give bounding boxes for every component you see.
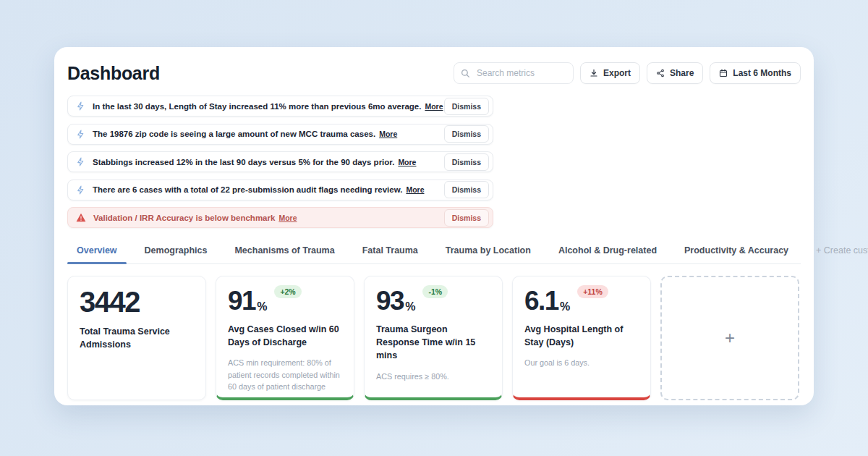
- share-icon: [656, 69, 665, 77]
- tab-bar: Overview Demographics Mechanisms of Trau…: [67, 239, 801, 264]
- trend-badge: +2%: [274, 285, 301, 298]
- search-input[interactable]: [475, 67, 566, 79]
- alerts-list: In the last 30 days, Length of Stay incr…: [67, 96, 493, 228]
- alert-more-link[interactable]: More: [379, 130, 397, 138]
- metric-card-length-of-stay: 6.1 % +11% Avg Hospital Length of Stay (…: [512, 276, 651, 400]
- share-label: Share: [670, 68, 694, 78]
- dismiss-button[interactable]: Dismiss: [444, 181, 489, 198]
- warning-icon: [76, 213, 86, 222]
- tab-productivity-accuracy[interactable]: Productivity & Accuracy: [675, 239, 798, 263]
- share-button[interactable]: Share: [647, 62, 703, 84]
- alert-text: The 19876 zip code is seeing a large amo…: [93, 130, 375, 138]
- plus-icon: +: [725, 329, 735, 347]
- header: Dashboard Export Share: [67, 60, 801, 86]
- export-label: Export: [603, 68, 631, 78]
- metric-card-total-admissions: 3442 Total Trauma Service Admissions: [67, 276, 206, 400]
- add-metric-card-button[interactable]: +: [660, 276, 799, 400]
- alert-more-link[interactable]: More: [425, 102, 443, 111]
- tab-mechanisms-of-trauma[interactable]: Mechanisms of Trauma: [225, 239, 344, 263]
- alert-text: Stabbings increased 12% in the last 90 d…: [93, 158, 394, 166]
- alert-text: There are 6 cases with a total of 22 pre…: [93, 185, 402, 194]
- alert-row: There are 6 cases with a total of 22 pre…: [67, 180, 493, 200]
- metric-value: 3442: [80, 288, 140, 316]
- metric-suffix: %: [560, 300, 570, 313]
- metric-value: 93: [376, 288, 404, 313]
- alert-text: In the last 30 days, Length of Stay incr…: [93, 102, 421, 111]
- dashboard-panel: Dashboard Export Share: [54, 47, 814, 405]
- alert-row: Stabbings increased 12% in the last 90 d…: [67, 151, 493, 172]
- export-button[interactable]: Export: [580, 62, 640, 84]
- alert-more-link[interactable]: More: [398, 158, 416, 166]
- metric-card-surgeon-response: 93 % -1% Trauma Surgeon Response Time w/…: [364, 276, 503, 400]
- spark-icon: [76, 157, 85, 166]
- calendar-icon: [719, 69, 728, 77]
- date-range-button[interactable]: Last 6 Months: [710, 62, 801, 84]
- tab-overview[interactable]: Overview: [67, 239, 127, 263]
- metric-note: Our goal is 6 days.: [524, 357, 639, 368]
- dismiss-button[interactable]: Dismiss: [444, 209, 489, 227]
- alert-more-link[interactable]: More: [278, 214, 297, 222]
- metric-title: Trauma Surgeon Response Time w/in 15 min…: [376, 323, 490, 362]
- date-range-label: Last 6 Months: [733, 68, 791, 78]
- spark-icon: [76, 185, 85, 195]
- alert-row: The 19876 zip code is seeing a large amo…: [67, 124, 493, 145]
- metric-suffix: %: [405, 300, 415, 313]
- dismiss-button[interactable]: Dismiss: [444, 125, 489, 143]
- tab-fatal-trauma[interactable]: Fatal Trauma: [353, 239, 427, 263]
- trend-badge: +11%: [577, 285, 608, 298]
- tab-demographics[interactable]: Demographics: [135, 239, 217, 263]
- search-icon: [461, 69, 470, 78]
- alert-row: In the last 30 days, Length of Stay incr…: [67, 96, 493, 117]
- metric-value: 91: [228, 288, 255, 313]
- metric-title: Avg Hospital Length of Stay (Days): [524, 323, 639, 349]
- tab-trauma-by-location[interactable]: Trauma by Location: [436, 239, 540, 263]
- tab-create-custom-view[interactable]: + Create custom view: [807, 239, 868, 263]
- metric-title: Total Trauma Service Admissions: [80, 325, 194, 351]
- metric-note: ACS requires ≥ 80%.: [376, 371, 490, 382]
- alert-text: Validation / IRR Accuracy is below bench…: [93, 214, 275, 222]
- page-title: Dashboard: [67, 63, 160, 84]
- metric-value: 6.1: [524, 288, 558, 313]
- download-icon: [590, 69, 598, 77]
- tab-alcohol-drug-related[interactable]: Alcohol & Drug-related: [549, 239, 666, 263]
- alert-more-link[interactable]: More: [406, 185, 424, 194]
- header-controls: Export Share Last 6 Months: [454, 62, 801, 84]
- trend-badge: -1%: [422, 285, 448, 298]
- spark-icon: [76, 101, 85, 111]
- metric-title: Avg Cases Closed w/in 60 Days of Dischar…: [228, 323, 342, 349]
- dismiss-button[interactable]: Dismiss: [444, 98, 489, 115]
- metric-suffix: %: [257, 300, 267, 313]
- alert-row-warning: Validation / IRR Accuracy is below bench…: [67, 207, 493, 228]
- dismiss-button[interactable]: Dismiss: [444, 153, 489, 171]
- metric-note: ACS min requirement: 80% of patient reco…: [228, 357, 342, 392]
- metric-card-cases-closed: 91 % +2% Avg Cases Closed w/in 60 Days o…: [216, 276, 354, 400]
- search-box[interactable]: [454, 62, 574, 84]
- metric-cards: 3442 Total Trauma Service Admissions 91 …: [67, 276, 801, 400]
- spark-icon: [76, 130, 85, 139]
